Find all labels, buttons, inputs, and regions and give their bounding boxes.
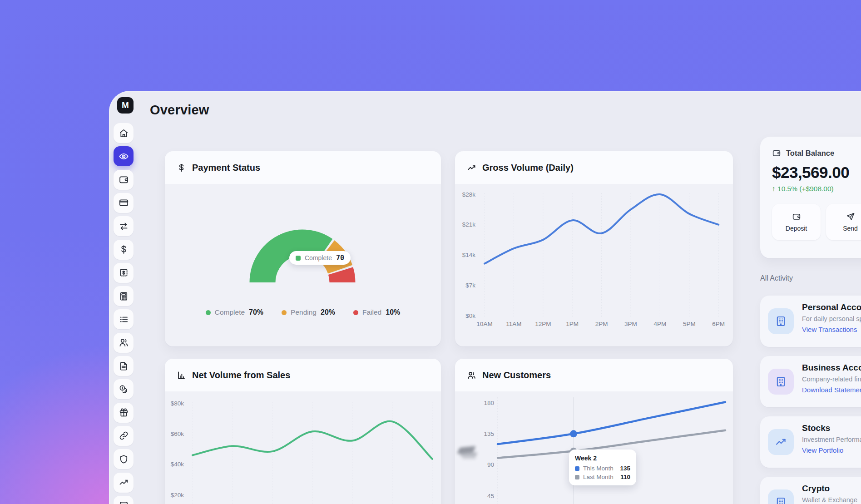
transfer-arrows-icon (119, 221, 129, 232)
activity-card-stocks[interactable]: StocksInvestment PerformanceView Portfol… (760, 416, 861, 468)
card-gross-volume: Gross Volume (Daily) $0k$7k$14k$21k$28k1… (455, 151, 733, 346)
wallet-icon (772, 148, 781, 158)
credit-card-icon (119, 198, 129, 208)
dollar-sign-icon (119, 244, 129, 255)
legend-dot (353, 310, 358, 315)
activity-subtitle: Wallet & Exchange (802, 496, 857, 504)
activity-icon-badge (768, 489, 794, 504)
card-new-customers: New Customers 4590135180 Week 2 This Mon… (455, 359, 733, 504)
sidebar-item-file-text[interactable] (114, 356, 134, 376)
deposit-button-label: Deposit (786, 225, 807, 232)
legend-dot (282, 310, 287, 315)
y-tick-label: $21k (462, 221, 476, 228)
wallet-icon (792, 212, 801, 221)
total-balance-label: Total Balance (786, 149, 834, 158)
activity-title: Stocks (802, 423, 861, 433)
sidebar-item-home[interactable] (114, 123, 134, 143)
deposit-button[interactable]: Deposit (772, 204, 821, 240)
gift-icon (119, 407, 129, 418)
new-customers-tooltip-title: Week 2 (575, 455, 630, 462)
activity-card-crypto[interactable]: CryptoWallet & Exchange (760, 477, 861, 504)
sidebar-item-gift[interactable] (114, 403, 134, 423)
gauge-tooltip-swatch (296, 256, 301, 261)
sidebar-item-users[interactable] (114, 333, 134, 353)
card-payment-status: Payment Status Complete 70 Complete70%Pe… (165, 151, 441, 346)
y-tick-label: $80k (171, 400, 184, 407)
total-balance-card: Total Balance $23,569.00 ↑ 10.5% (+$908.… (760, 137, 861, 258)
users-icon (119, 337, 129, 348)
activity-link[interactable]: Download Statements (802, 386, 861, 394)
sidebar-item-list[interactable] (114, 309, 134, 329)
y-tick-label: $28k (462, 191, 476, 198)
net-volume-line-chart[interactable]: $80k$60k$40k$20k (165, 359, 441, 504)
activity-title: Business Account (802, 363, 861, 373)
shield-icon (119, 454, 129, 464)
gauge-segment-failed[interactable] (341, 271, 342, 282)
sidebar-item-shield[interactable] (114, 449, 134, 469)
activity-subtitle: Investment Performance (802, 436, 861, 443)
sidebar-item-transfer-arrows[interactable] (114, 216, 134, 236)
activity-subtitle: For daily personal spending (802, 315, 861, 322)
y-tick-label: 90 (487, 461, 494, 468)
wallet-icon (772, 148, 781, 158)
activity-card-business-account[interactable]: Business AccountCompany-related finances… (760, 356, 861, 407)
legend-item-complete[interactable]: Complete70% (206, 308, 263, 316)
app-logo[interactable]: M (117, 97, 134, 114)
new-customers-tooltip: Week 2 This Month 135 Last Month 110 (569, 450, 636, 485)
gauge-tooltip: Complete 70 (289, 251, 351, 265)
list-icon (119, 314, 129, 325)
all-activity-label: All Activity (760, 274, 793, 282)
trending-up-icon (775, 436, 787, 448)
activity-link[interactable]: View Portfolio (802, 446, 861, 454)
sidebar-item-window[interactable] (114, 496, 134, 504)
x-tick-label: 2PM (595, 321, 608, 327)
x-tick-label: 4PM (654, 321, 667, 327)
sidebar-item-dollar-sign[interactable] (114, 240, 134, 260)
sidebar-item-calculator[interactable] (114, 286, 134, 306)
y-tick-label: 180 (484, 400, 494, 406)
activity-title: Personal Account (802, 302, 861, 312)
x-tick-label: 1PM (566, 321, 579, 327)
building-icon (775, 496, 787, 504)
calculator-icon (119, 291, 129, 301)
sidebar-item-eye[interactable] (114, 146, 134, 166)
sidebar-item-trending-up[interactable] (114, 473, 134, 493)
sidebar-item-wallet[interactable] (114, 170, 134, 190)
y-tick-label: $20k (171, 492, 184, 499)
activity-icon-badge (768, 369, 794, 395)
building-icon (775, 376, 787, 388)
y-tick-label: $14k (462, 252, 476, 258)
this-month-marker[interactable] (570, 430, 577, 437)
activity-subtitle: Company-related finances (802, 376, 861, 383)
x-tick-label: 11AM (506, 321, 521, 327)
sidebar-item-receipt-dollar[interactable] (114, 263, 134, 283)
tooltip-row-last-month: Last Month 110 (575, 474, 630, 480)
this-month-label: This Month (583, 465, 614, 472)
sidebar-item-link[interactable] (114, 426, 134, 446)
x-tick-label: 6PM (712, 321, 725, 327)
activity-icon-badge (768, 308, 794, 334)
last-month-label: Last Month (583, 474, 614, 480)
sidebar-item-coins[interactable] (114, 379, 134, 399)
legend-label: Failed (362, 308, 381, 316)
legend-item-failed[interactable]: Failed10% (353, 308, 400, 316)
card-net-volume: Net Volume from Sales $80k$60k$40k$20k (165, 359, 441, 504)
activity-text: StocksInvestment PerformanceView Portfol… (802, 423, 861, 454)
payment-status-gauge-chart[interactable] (165, 151, 441, 346)
series-line-this-month[interactable] (498, 402, 725, 445)
sidebar-item-credit-card[interactable] (114, 193, 134, 213)
tooltip-row-this-month: This Month 135 (575, 465, 630, 472)
total-balance-header: Total Balance (772, 148, 861, 158)
dashboard-panel: M Overview Payment Status Complete 70 Co… (109, 91, 861, 504)
x-tick-label: 5PM (683, 321, 696, 327)
gross-volume-line-chart[interactable]: $0k$7k$14k$21k$28k10AM11AM12PM1PM2PM3PM4… (455, 151, 733, 346)
balance-change: ↑ 10.5% (+$908.00) (772, 185, 861, 193)
activity-card-personal-account[interactable]: Personal AccountFor daily personal spend… (760, 296, 861, 347)
legend-item-pending[interactable]: Pending20% (282, 308, 335, 316)
send-button[interactable]: Send (826, 204, 861, 240)
activity-link[interactable]: View Transactions (802, 326, 861, 333)
x-tick-label: 10AM (476, 321, 492, 327)
activity-text: Business AccountCompany-related finances… (802, 363, 861, 394)
x-tick-label: 3PM (624, 321, 637, 327)
window-icon (119, 500, 129, 504)
